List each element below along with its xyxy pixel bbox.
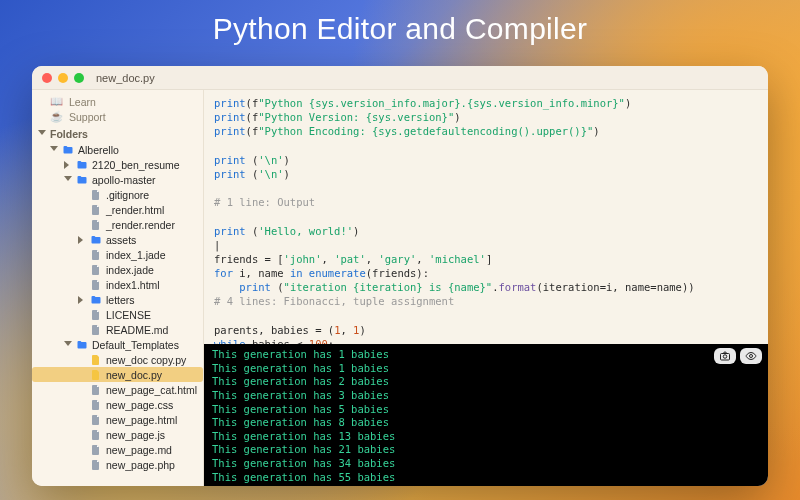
tree-item-label: index1.html bbox=[106, 279, 160, 291]
window-traffic-lights bbox=[42, 73, 84, 83]
sidebar-item-learn[interactable]: 📖 Learn bbox=[50, 94, 195, 109]
tree-folder[interactable]: assets bbox=[32, 232, 203, 247]
tree-item-label: Alberello bbox=[78, 144, 119, 156]
chevron-right-icon bbox=[64, 161, 72, 169]
tree-file[interactable]: new_page.php bbox=[32, 457, 203, 472]
tree-file[interactable]: new_page.html bbox=[32, 412, 203, 427]
folder-icon bbox=[76, 339, 88, 351]
window-title: new_doc.py bbox=[96, 72, 155, 84]
tree-folder[interactable]: letters bbox=[32, 292, 203, 307]
tree-item-label: new_page.php bbox=[106, 459, 175, 471]
terminal-line: This generation has 1 babies bbox=[212, 348, 760, 362]
file-icon bbox=[90, 204, 102, 216]
tree-file[interactable]: index1.html bbox=[32, 277, 203, 292]
terminal-screenshot-button[interactable] bbox=[714, 348, 736, 364]
folder-icon bbox=[62, 144, 74, 156]
chevron-down-icon bbox=[50, 146, 58, 154]
tree-file[interactable]: new_page.js bbox=[32, 427, 203, 442]
tree-item-label: new_page.js bbox=[106, 429, 165, 441]
window-titlebar[interactable]: new_doc.py bbox=[32, 66, 768, 90]
file-icon bbox=[90, 429, 102, 441]
tree-item-label: .gitignore bbox=[106, 189, 149, 201]
chevron-down-icon bbox=[64, 176, 72, 184]
app-promo-stage: Python Editor and Compiler new_doc.py 📖 … bbox=[0, 0, 800, 500]
tree-file[interactable]: new_page.css bbox=[32, 397, 203, 412]
sidebar-section-folders[interactable]: Folders bbox=[32, 126, 203, 142]
tree-folder[interactable]: apollo-master bbox=[32, 172, 203, 187]
terminal-line: This generation has 55 babies bbox=[212, 471, 760, 485]
tree-item-label: README.md bbox=[106, 324, 168, 336]
tree-item-label: _render.html bbox=[106, 204, 164, 216]
editor-window: new_doc.py 📖 Learn ☕ Support Folders bbox=[32, 66, 768, 486]
file-icon bbox=[90, 324, 102, 336]
file-icon bbox=[90, 399, 102, 411]
python-file-icon bbox=[90, 354, 102, 366]
tree-file[interactable]: index_1.jade bbox=[32, 247, 203, 262]
terminal-line: This generation has 21 babies bbox=[212, 443, 760, 457]
tree-item-label: new_page.md bbox=[106, 444, 172, 456]
terminal-line: This generation has 5 babies bbox=[212, 403, 760, 417]
sidebar-item-support[interactable]: ☕ Support bbox=[50, 109, 195, 124]
file-tree[interactable]: Alberello2120_ben_resumeapollo-master.gi… bbox=[32, 142, 203, 472]
tree-file[interactable]: _render.html bbox=[32, 202, 203, 217]
camera-icon bbox=[719, 350, 731, 362]
folder-icon bbox=[90, 234, 102, 246]
sidebar-section-label: Folders bbox=[50, 128, 88, 140]
tree-file[interactable]: _render.render bbox=[32, 217, 203, 232]
file-icon bbox=[90, 309, 102, 321]
code-editor[interactable]: print(f"Python {sys.version_info.major}.… bbox=[204, 90, 768, 344]
terminal-line: This generation has 1 babies bbox=[212, 362, 760, 376]
tree-item-label: new_doc.py bbox=[106, 369, 162, 381]
file-icon bbox=[90, 279, 102, 291]
tree-folder[interactable]: 2120_ben_resume bbox=[32, 157, 203, 172]
chevron-down-icon bbox=[38, 130, 46, 138]
tree-item-label: LICENSE bbox=[106, 309, 151, 321]
terminal-toolbar bbox=[714, 348, 762, 364]
terminal-line: This generation has 2 babies bbox=[212, 375, 760, 389]
tree-item-label: index.jade bbox=[106, 264, 154, 276]
terminal-line: This generation has 34 babies bbox=[212, 457, 760, 471]
folder-icon bbox=[76, 159, 88, 171]
tree-file[interactable]: new_doc copy.py bbox=[32, 352, 203, 367]
tree-file[interactable]: new_page.md bbox=[32, 442, 203, 457]
tree-file[interactable]: .gitignore bbox=[32, 187, 203, 202]
chevron-down-icon bbox=[64, 341, 72, 349]
svg-point-1 bbox=[723, 355, 727, 359]
tree-file[interactable]: index.jade bbox=[32, 262, 203, 277]
book-icon: 📖 bbox=[50, 95, 63, 108]
tree-folder[interactable]: Default_Templates bbox=[32, 337, 203, 352]
file-icon bbox=[90, 459, 102, 471]
tree-file[interactable]: new_page_cat.html bbox=[32, 382, 203, 397]
file-icon bbox=[90, 414, 102, 426]
tree-file[interactable]: LICENSE bbox=[32, 307, 203, 322]
sidebar[interactable]: 📖 Learn ☕ Support Folders Alberello2120_… bbox=[32, 90, 204, 486]
tree-file[interactable]: README.md bbox=[32, 322, 203, 337]
tree-item-label: letters bbox=[106, 294, 135, 306]
tree-folder[interactable]: Alberello bbox=[32, 142, 203, 157]
terminal-preview-button[interactable] bbox=[740, 348, 762, 364]
eye-icon bbox=[745, 350, 757, 362]
tree-item-label: assets bbox=[106, 234, 136, 246]
terminal-output[interactable]: This generation has 1 babiesThis generat… bbox=[204, 344, 768, 486]
hero-title: Python Editor and Compiler bbox=[0, 12, 800, 46]
chevron-right-icon bbox=[78, 236, 86, 244]
tree-item-label: _render.render bbox=[106, 219, 175, 231]
folder-icon bbox=[76, 174, 88, 186]
tree-file[interactable]: new_doc.py bbox=[32, 367, 203, 382]
file-icon bbox=[90, 249, 102, 261]
tree-item-label: new_page.css bbox=[106, 399, 173, 411]
tree-item-label: Default_Templates bbox=[92, 339, 179, 351]
close-icon[interactable] bbox=[42, 73, 52, 83]
terminal-line: This generation has 89 babies bbox=[212, 484, 760, 486]
sidebar-item-label: Learn bbox=[69, 96, 96, 108]
tree-item-label: new_doc copy.py bbox=[106, 354, 186, 366]
terminal-line: This generation has 3 babies bbox=[212, 389, 760, 403]
terminal-line: This generation has 13 babies bbox=[212, 430, 760, 444]
tree-item-label: new_page.html bbox=[106, 414, 177, 426]
svg-point-2 bbox=[750, 355, 753, 358]
zoom-icon[interactable] bbox=[74, 73, 84, 83]
tree-item-label: new_page_cat.html bbox=[106, 384, 197, 396]
tree-item-label: 2120_ben_resume bbox=[92, 159, 180, 171]
chevron-right-icon bbox=[78, 296, 86, 304]
minimize-icon[interactable] bbox=[58, 73, 68, 83]
